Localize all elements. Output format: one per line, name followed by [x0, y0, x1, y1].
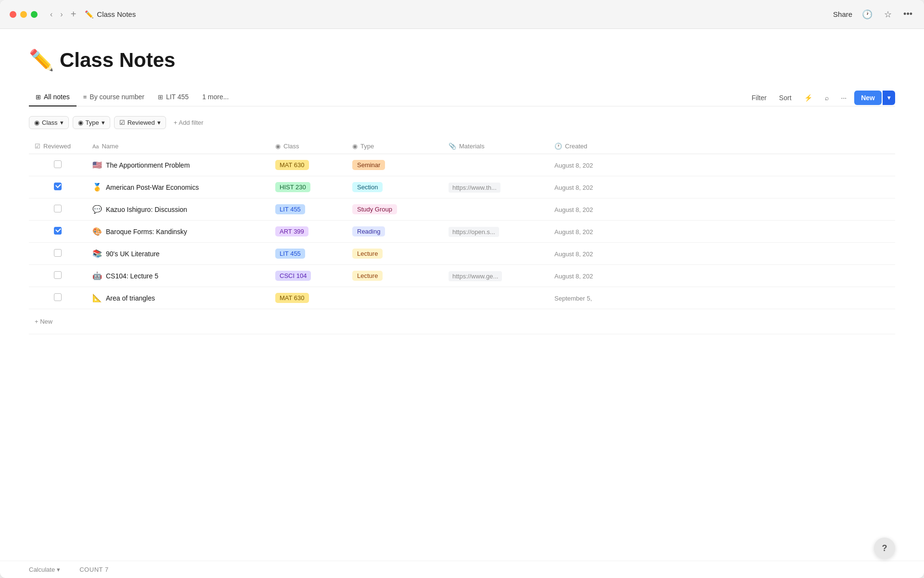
- table-row[interactable]: 📚90's UK LiteratureLIT 455LectureAugust …: [29, 243, 895, 265]
- created-col-label: Created: [565, 143, 587, 150]
- class-filter-chip[interactable]: ◉ Class ▾: [29, 116, 69, 129]
- col-header-class: ◉ Class: [270, 139, 346, 154]
- row-emoji: 🤖: [92, 271, 102, 280]
- reviewed-col-label: Reviewed: [43, 143, 71, 150]
- table-row[interactable]: 🎨Baroque Forms: KandinskyART 399Readingh…: [29, 221, 895, 243]
- all-notes-tab-icon: ⊞: [36, 93, 41, 101]
- class-badge: ART 399: [275, 226, 308, 236]
- ellipsis-button[interactable]: ···: [836, 91, 852, 105]
- new-row-cell: + New: [29, 309, 895, 334]
- table-row[interactable]: 🇺🇸The Apportionment ProblemMAT 630Semina…: [29, 154, 895, 176]
- help-button[interactable]: ?: [874, 538, 895, 559]
- add-filter-button[interactable]: + Add filter: [170, 117, 207, 129]
- table-row[interactable]: 📐Area of trianglesMAT 630September 5,: [29, 287, 895, 309]
- more-options-button[interactable]: •••: [901, 7, 914, 21]
- search-button[interactable]: ⌕: [820, 91, 834, 105]
- traffic-lights: [10, 11, 38, 18]
- reviewed-checkbox[interactable]: [54, 293, 62, 301]
- reviewed-filter-chip[interactable]: ☑ Reviewed ▾: [114, 116, 166, 129]
- new-button[interactable]: New: [854, 91, 882, 105]
- fullscreen-button[interactable]: [31, 11, 38, 18]
- count-display: COUNT 7: [79, 566, 108, 573]
- lightning-button[interactable]: ⚡: [799, 91, 817, 105]
- materials-link[interactable]: https://www.ge...: [449, 271, 502, 281]
- materials-cell: https://www.th...: [443, 176, 549, 198]
- title-text: Class Notes: [97, 10, 136, 18]
- created-date: August 8, 202: [554, 206, 593, 213]
- created-date: August 8, 202: [554, 162, 593, 169]
- reviewed-cell: [29, 243, 87, 265]
- table-row[interactable]: 🤖CS104: Lecture 5CSCI 104Lecturehttps://…: [29, 265, 895, 287]
- materials-cell: [443, 287, 549, 309]
- class-filter-chevron: ▾: [60, 119, 64, 126]
- type-cell: Section: [346, 176, 443, 198]
- tab-more[interactable]: 1 more...: [195, 89, 235, 106]
- reviewed-checkbox[interactable]: [54, 160, 62, 168]
- filter-bar: ◉ Class ▾ ◉ Type ▾ ☑ Reviewed ▾ + Add fi…: [29, 116, 895, 129]
- new-dropdown-button[interactable]: ▾: [883, 91, 895, 105]
- table-row[interactable]: 💬Kazuo Ishiguro: DiscussionLIT 455Study …: [29, 198, 895, 221]
- page-emoji: ✏️: [29, 48, 54, 72]
- created-cell: August 8, 202: [549, 198, 895, 221]
- lit455-tab-icon: ⊞: [158, 93, 163, 101]
- class-filter-label: Class: [42, 119, 58, 126]
- close-button[interactable]: [10, 11, 16, 18]
- class-cell: LIT 455: [270, 243, 346, 265]
- type-cell: Reading: [346, 221, 443, 243]
- bottom-bar: Calculate ▾ COUNT 7: [0, 561, 924, 578]
- nav-add-button[interactable]: +: [68, 7, 79, 22]
- page-title: Class Notes: [60, 49, 175, 72]
- created-cell: August 8, 202: [549, 265, 895, 287]
- type-cell: Lecture: [346, 243, 443, 265]
- class-badge: HIST 230: [275, 182, 310, 192]
- reviewed-checkbox[interactable]: [54, 183, 62, 190]
- tab-all-notes[interactable]: ⊞ All notes: [29, 89, 77, 106]
- tab-by-course[interactable]: ≡ By course number: [77, 89, 151, 106]
- calculate-button[interactable]: Calculate ▾: [29, 566, 60, 573]
- class-cell: ART 399: [270, 221, 346, 243]
- created-cell: August 8, 202: [549, 154, 895, 176]
- nav-forward-button[interactable]: ›: [57, 8, 65, 21]
- materials-col-icon: 📎: [449, 143, 456, 150]
- history-icon-button[interactable]: 🕐: [860, 7, 874, 22]
- count-text: COUNT: [79, 566, 103, 573]
- title-bar-title: ✏️ Class Notes: [85, 10, 827, 19]
- nav-back-button[interactable]: ‹: [47, 8, 55, 21]
- type-filter-chevron: ▾: [102, 119, 105, 126]
- type-cell: Lecture: [346, 265, 443, 287]
- reviewed-checkbox[interactable]: [54, 227, 62, 235]
- star-icon-button[interactable]: ☆: [882, 7, 894, 22]
- share-button[interactable]: Share: [833, 10, 852, 18]
- table-row[interactable]: 🥇American Post-War EconomicsHIST 230Sect…: [29, 176, 895, 198]
- reviewed-checkbox[interactable]: [54, 271, 62, 279]
- new-row-button-row: + New: [29, 309, 895, 334]
- class-badge: LIT 455: [275, 249, 305, 259]
- class-cell: LIT 455: [270, 198, 346, 221]
- type-filter-chip[interactable]: ◉ Type ▾: [73, 116, 110, 129]
- title-bar: ‹ › + ✏️ Class Notes Share 🕐 ☆ •••: [0, 0, 924, 29]
- minimize-button[interactable]: [20, 11, 27, 18]
- add-row-button[interactable]: + New: [35, 315, 52, 328]
- calculate-label: Calculate: [29, 566, 55, 573]
- created-col-icon: 🕐: [554, 143, 562, 150]
- main-content: ✏️ Class Notes ⊞ All notes ≡ By course n…: [0, 29, 924, 561]
- materials-link[interactable]: https://open.s...: [449, 227, 499, 237]
- all-notes-tab-label: All notes: [44, 93, 70, 101]
- filter-button[interactable]: Filter: [747, 91, 771, 105]
- lit455-tab-label: LIT 455: [166, 93, 189, 101]
- row-emoji: 📚: [92, 249, 102, 258]
- created-date: August 8, 202: [554, 228, 593, 236]
- reviewed-checkbox[interactable]: [54, 205, 62, 212]
- type-filter-icon: ◉: [78, 119, 83, 126]
- tab-lit455[interactable]: ⊞ LIT 455: [151, 89, 195, 106]
- type-badge: Reading: [352, 226, 385, 236]
- by-course-tab-icon: ≡: [83, 93, 87, 101]
- reviewed-filter-label: Reviewed: [128, 119, 155, 126]
- reviewed-checkbox[interactable]: [54, 249, 62, 257]
- materials-link[interactable]: https://www.th...: [449, 183, 500, 193]
- table-header-row: ☑ Reviewed Aa Name ◉: [29, 139, 895, 154]
- sort-button[interactable]: Sort: [774, 91, 796, 105]
- class-badge: MAT 630: [275, 293, 309, 303]
- materials-cell: https://www.ge...: [443, 265, 549, 287]
- class-badge: LIT 455: [275, 204, 305, 214]
